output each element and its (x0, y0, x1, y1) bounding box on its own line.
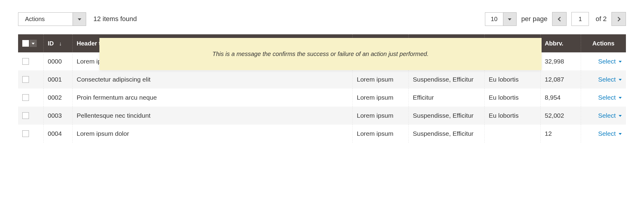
table-row: 0002Proin fermentum arcu nequeLorem ipsu… (18, 89, 626, 107)
cell-header-title: Lorem ipsum dolor (72, 125, 352, 143)
row-checkbox[interactable] (22, 130, 29, 137)
cell-header-title-4 (484, 125, 540, 143)
cell-header-title-3: Suspendisse, Efficitur (408, 70, 484, 89)
cell-abbrv: 12 (540, 125, 581, 143)
prev-page-button[interactable] (552, 12, 567, 26)
cell-header-title-2: Lorem ipsum (352, 89, 408, 107)
row-checkbox[interactable] (22, 94, 29, 101)
items-found-label: 12 items found (93, 15, 478, 23)
row-action-select[interactable]: Select (598, 94, 622, 101)
chevron-down-icon (78, 18, 81, 20)
col-actions: Actions (581, 34, 626, 52)
cell-header-title-2: Lorem ipsum (352, 125, 408, 143)
row-checkbox[interactable] (22, 76, 29, 83)
chevron-down-icon (32, 43, 35, 45)
row-action-select[interactable]: Select (598, 112, 622, 119)
row-checkbox[interactable] (22, 58, 29, 65)
toolbar: Actions 12 items found 10 per page 1 of2 (18, 12, 626, 26)
cell-header-title-4: Eu lobortis (484, 70, 540, 89)
chevron-down-icon (619, 79, 622, 81)
cell-abbrv: 52,002 (540, 107, 581, 125)
chevron-down-icon (619, 115, 622, 117)
cell-header-title: Consectetur adipiscing elit (72, 70, 352, 89)
cell-abbrv: 32,998 (540, 52, 581, 70)
bulk-actions-toggle[interactable] (73, 13, 86, 26)
row-action-select[interactable]: Select (598, 130, 622, 137)
row-action-select[interactable]: Select (598, 76, 622, 83)
col-abbrv[interactable]: Abbrv. (540, 34, 581, 52)
data-grid-wrapper: ID ↓ Header title Header title 2 Header … (18, 34, 626, 143)
cell-id: 0003 (43, 107, 72, 125)
pagination-controls: 10 per page 1 of2 (485, 12, 626, 26)
cell-header-title-3: Suspendisse, Efficitur (408, 107, 484, 125)
page-size-value: 10 (485, 13, 503, 26)
cell-header-title-2: Lorem ipsum (352, 107, 408, 125)
cell-header-title-2: Lorem ipsum (352, 70, 408, 89)
cell-id: 0000 (43, 52, 72, 70)
col-id[interactable]: ID ↓ (43, 34, 72, 52)
bulk-actions-label: Actions (18, 13, 73, 26)
cell-id: 0001 (43, 70, 72, 89)
bulk-actions-dropdown[interactable]: Actions (18, 12, 86, 26)
table-row: 0004Lorem ipsum dolorLorem ipsumSuspendi… (18, 125, 626, 143)
chevron-right-icon (616, 17, 621, 21)
row-action-select[interactable]: Select (598, 58, 622, 65)
select-all-toggle[interactable] (30, 40, 37, 47)
page-size-dropdown[interactable]: 10 (485, 12, 516, 26)
per-page-label: per page (521, 15, 548, 23)
table-row: 0003Pellentesque nec tinciduntLorem ipsu… (18, 107, 626, 125)
cell-header-title-4: Eu lobortis (484, 89, 540, 107)
cell-header-title: Proin fermentum arcu neque (72, 89, 352, 107)
row-checkbox[interactable] (22, 112, 29, 119)
cell-abbrv: 8,954 (540, 89, 581, 107)
cell-header-title-3: Efficitur (408, 89, 484, 107)
chevron-down-icon (619, 61, 622, 63)
table-row: 0001Consectetur adipiscing elitLorem ips… (18, 70, 626, 89)
chevron-down-icon (508, 18, 511, 20)
cell-id: 0004 (43, 125, 72, 143)
cell-id: 0002 (43, 89, 72, 107)
cell-header-title-4: Eu lobortis (484, 107, 540, 125)
page-total-label: of2 (594, 15, 607, 23)
chevron-down-icon (619, 133, 622, 135)
cell-header-title: Pellentesque nec tincidunt (72, 107, 352, 125)
select-all-header[interactable] (18, 34, 43, 52)
status-message: This is a message the confirms the succe… (99, 38, 542, 70)
chevron-down-icon (619, 97, 622, 99)
next-page-button[interactable] (611, 12, 626, 26)
cell-abbrv: 12,087 (540, 70, 581, 89)
cell-header-title-3: Suspendisse, Efficitur (408, 125, 484, 143)
sort-down-icon: ↓ (59, 41, 62, 47)
select-all-checkbox[interactable] (22, 40, 29, 47)
current-page-input[interactable]: 1 (571, 12, 589, 26)
chevron-left-icon (558, 17, 563, 21)
page-size-toggle[interactable] (503, 13, 516, 26)
